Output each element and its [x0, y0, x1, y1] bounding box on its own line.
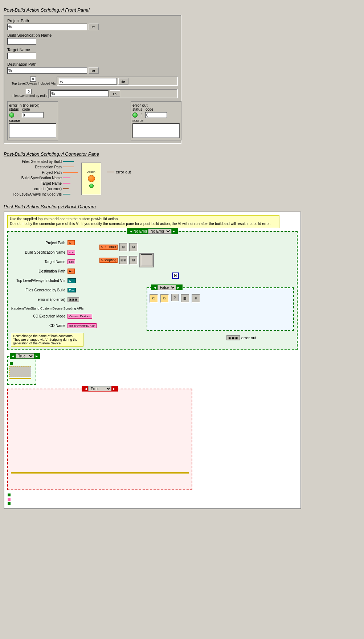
error-arrow-right: ► [112, 387, 116, 391]
error-out-code-input[interactable] [145, 112, 167, 118]
true-frame-content [9, 362, 34, 379]
cp-terminal-destination: Destination Path [11, 164, 78, 169]
no-error-frame-header: ◄ No Error No Error Error ► [127, 228, 178, 234]
project-path-row: Project Path 🗁 [7, 19, 178, 30]
bd-row-files-generated: Files Generated by Build ⊏— [11, 286, 97, 294]
frame-selector[interactable]: No Error Error [148, 229, 171, 234]
bd-nodes-area: b...\...\Built ⊞ ⊠ b Scripting ⊞⊞ ⊟ [99, 239, 294, 340]
front-panel-container: Project Path 🗁 Build Specification Name … [4, 15, 181, 144]
cp-terminals-left: Files Generated by Build Destination Pat… [11, 159, 78, 197]
error-out-status-label: status [132, 107, 143, 111]
error-in-status-led [9, 112, 14, 118]
strip-rect-2 [8, 498, 11, 501]
bd-row-target-name: Target Name abc [11, 258, 97, 265]
block-diagram-title: Post-Build Action Scripting.vi Block Dia… [4, 204, 360, 209]
error-in-source-textarea[interactable] [9, 123, 56, 138]
target-name-input[interactable] [7, 53, 36, 59]
build-spec-label: Build Specification Name [7, 33, 178, 37]
bd-row-build-spec: Build Specification Name abc [11, 249, 97, 256]
bd-bottom-frames: ◄ True False ► [7, 353, 298, 385]
cp-error-in-label: error in (no error) [11, 187, 62, 191]
true-frame: ◄ True False ► [7, 356, 36, 385]
cp-terminal-target: Target Name [11, 181, 78, 186]
action-circle [88, 175, 95, 182]
true-frame-indicators [9, 362, 34, 365]
error-frame-selector[interactable]: Error No Error [88, 386, 111, 391]
cp-error-out-wire [107, 172, 114, 172]
bd-comment-text: Don't change the name of both constants.… [13, 334, 78, 345]
error-out-source-textarea[interactable] [132, 123, 180, 138]
top-level-row: 0 Top Level/Always Included VIs 🗁 [7, 77, 178, 86]
block-diagram-container: Use the supplied inputs to add code to t… [4, 212, 301, 509]
frame-arrow-left: ◄ [129, 229, 133, 233]
files-generated-array-label: Files Generated by Build [12, 94, 48, 98]
error-in-numeric-dec: ⋮ [16, 113, 20, 117]
false-fn-4: ⊕ [192, 294, 200, 303]
build-spec-input[interactable] [7, 38, 36, 45]
top-level-folder-btn[interactable]: 🗁 [118, 78, 128, 85]
false-arrow-right: ► [177, 286, 180, 290]
false-frame-selector[interactable]: False True [158, 285, 176, 290]
files-generated-input[interactable] [50, 90, 109, 97]
bd-cd-exec-mode-label: CD Execution Mode [11, 314, 65, 318]
source-label-out: source [132, 119, 143, 123]
cp-error-out-row: error out [107, 170, 131, 174]
bd-project-path-terminal: ⊏— [68, 240, 75, 245]
project-path-label: Project Path [7, 19, 178, 23]
bd-cd-exec-mode-value: Custom Devices [68, 314, 92, 319]
false-fn-folder2: 🗁 [160, 294, 169, 303]
bd-row-destination: Destination Path ⊏— [11, 267, 97, 275]
folder-icon-tl: 🗁 [122, 79, 125, 83]
false-fn-folder1: 🗁 [150, 294, 158, 303]
cp-terminal-error-in: error in (no error) [11, 186, 78, 191]
bd-frame-content: Project Path ⊏— Build Specification Name… [11, 239, 294, 347]
source-label-in: source [9, 119, 20, 123]
target-name-row: Target Name [7, 48, 178, 59]
destination-path-input[interactable] [7, 67, 87, 74]
bd-error-out-label-right: error out [241, 336, 257, 340]
subpanel-inner [141, 254, 152, 266]
files-generated-row: 0 Files Generated by Build 🗁 [7, 89, 178, 98]
true-frame-selector[interactable]: True False [16, 353, 34, 359]
bd-build-spec-label: Build Specification Name [11, 250, 65, 254]
error-in-code-input[interactable] [22, 112, 44, 118]
bd-row-error-in: error in (no error) ▣▣▣ [11, 296, 97, 303]
project-path-folder-btn[interactable]: 🗁 [89, 24, 99, 30]
files-generated-index-value[interactable]: 0 [26, 89, 32, 94]
cp-files-generated-label: Files Generated by Build [11, 160, 62, 164]
project-path-input[interactable] [7, 24, 87, 30]
cp-top-level-label: Top Level/Always Included VIs [11, 192, 62, 196]
top-level-index-value[interactable]: 0 [30, 77, 36, 82]
strip-rect-3 [8, 502, 11, 505]
files-generated-folder-btn[interactable]: 🗁 [110, 90, 120, 97]
bd-note-line1: Use the supplied inputs to add code to t… [10, 217, 277, 221]
cp-wire-fg [63, 161, 74, 162]
bd-bottom-strips [7, 493, 298, 505]
build-spec-row: Build Specification Name [7, 33, 178, 45]
cp-terminal-project: Project Path [11, 170, 78, 175]
cp-wire-target [63, 183, 70, 184]
bd-note-line2: Do not modify the connector pane of this… [10, 222, 277, 226]
bd-target-name-terminal: abc [68, 259, 75, 264]
frame-arrow-right: ► [172, 229, 176, 233]
action-green-dot [89, 184, 94, 188]
destination-path-folder-btn[interactable]: 🗁 [89, 67, 99, 74]
top-level-vi-input[interactable] [59, 78, 117, 85]
files-generated-array-index: 0 Files Generated by Build [10, 89, 48, 98]
false-fn-3: ▦ [181, 294, 189, 303]
false-fn-q: ? [171, 294, 179, 301]
fn-node-2: ⊠ [129, 243, 138, 251]
error-out-label: error out [132, 103, 148, 107]
error-frame-bar [11, 472, 189, 474]
cp-wire-bs [63, 177, 70, 178]
bd-addons-row: b.addons\VeriStand Custom Device Scripti… [11, 307, 97, 310]
error-frame: ◄ Error No Error ► [7, 389, 192, 490]
strip-rect-1 [8, 493, 11, 496]
error-in-label: error in (no error) [9, 103, 40, 107]
block-diagram-note: Use the supplied inputs to add code to t… [7, 215, 279, 228]
bd-built-const: b...\...\Built [99, 245, 118, 250]
cp-error-out-label: error out [116, 170, 131, 174]
bd-strip-row1 [7, 493, 298, 497]
action-block: Action [81, 163, 101, 195]
cp-terminal-top-level: Top Level/Always Included VIs [11, 192, 78, 197]
